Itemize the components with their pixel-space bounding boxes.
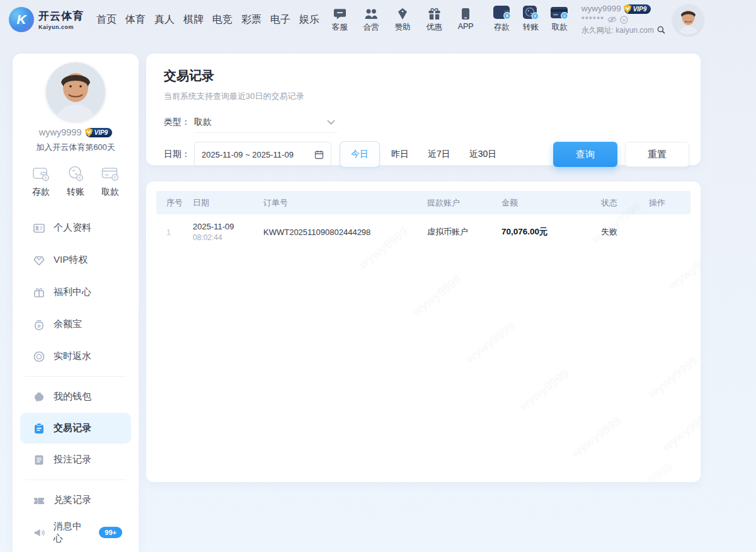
col-date: 日期 [189, 197, 260, 209]
range-yesterday-button[interactable]: 昨日 [384, 141, 416, 168]
quick-range-group: 今日 昨日 近7日 近30日 [340, 141, 504, 168]
nav-live[interactable]: 真人 [154, 13, 175, 26]
type-label: 类型： [164, 117, 194, 128]
sidebar-menu: 个人资料 VIP特权 福利中心 余额宝 实时返水 [13, 212, 139, 548]
permanent-url-label: 永久网址: kaiyun.com [581, 26, 654, 35]
watermark-text: wywy9999 [569, 414, 624, 461]
deposit-label: 存款 [494, 22, 510, 33]
sidebar-item-bets[interactable]: 投注记录 [13, 444, 139, 476]
support-chat-icon [333, 6, 346, 20]
app-download-button[interactable]: APP [454, 6, 478, 33]
withdraw-button[interactable]: 取款 [548, 6, 571, 33]
sidebar-transfer-button[interactable]: 转账 [66, 164, 85, 198]
promos-button[interactable]: 优惠 [423, 6, 446, 33]
nav-home[interactable]: 首页 [96, 13, 117, 26]
row-status: 失败 [597, 226, 645, 238]
profile-avatar[interactable] [46, 62, 105, 122]
date-label: 日期： [164, 149, 194, 160]
type-select-value: 取款 [194, 117, 212, 128]
watermark-text: wywy9999 [621, 460, 675, 482]
type-select[interactable]: 取款 [194, 112, 338, 133]
reset-button[interactable]: 重置 [625, 142, 689, 167]
join-days-label: 加入开云体育第600天 [13, 142, 139, 153]
nav-lottery[interactable]: 彩票 [241, 13, 261, 26]
promo-gift-icon [428, 6, 441, 20]
nav-sports[interactable]: 体育 [125, 13, 146, 26]
nav-esports[interactable]: 电竞 [212, 13, 232, 26]
sidebar-item-transactions[interactable]: 交易记录 [20, 413, 131, 444]
support-button[interactable]: 客服 [328, 6, 352, 33]
partners-button[interactable]: 合营 [360, 6, 383, 33]
range-today-button[interactable]: 今日 [340, 141, 380, 168]
kaiyun-logo-icon: K [9, 7, 34, 32]
nav-slots[interactable]: 电子 [270, 13, 290, 26]
withdraw-icon [550, 6, 569, 20]
transfer-icon [522, 6, 539, 20]
nav-entertainment[interactable]: 娱乐 [299, 13, 319, 26]
nav-cards[interactable]: 棋牌 [183, 13, 203, 26]
col-amount: 金额 [498, 197, 597, 209]
row-index: 1 [156, 227, 189, 237]
idcard-icon [33, 222, 45, 234]
sidebar-item-wallet[interactable]: 我的钱包 [13, 381, 139, 413]
sidebar-item-label: VIP特权 [54, 254, 88, 266]
sidebar-withdraw-button[interactable]: 取款 [101, 164, 120, 198]
sidebar-deposit-button[interactable]: 存款 [32, 164, 50, 198]
username: wywy9999 [581, 4, 621, 14]
sidebar-item-label: 兑奖记录 [54, 494, 91, 506]
sidebar-item-yuebao[interactable]: 余额宝 [13, 308, 139, 340]
rebate-circle-icon [33, 350, 45, 363]
range-30days-button[interactable]: 近30日 [462, 141, 505, 168]
user-avatar[interactable] [673, 5, 703, 35]
deposit-button[interactable]: 存款 [490, 6, 513, 33]
sidebar-transfer-label: 转账 [67, 187, 84, 198]
sidebar-item-messages[interactable]: 消息中心 99+ [13, 516, 139, 548]
sidebar-item-label: 消息中心 [54, 520, 91, 544]
sidebar-item-profile[interactable]: 个人资料 [13, 212, 139, 244]
sidebar-profile: wywy9999 VIP9 加入开云体育第600天 [13, 62, 139, 153]
page-title: 交易记录 [164, 67, 689, 84]
mobile-app-icon [461, 6, 470, 20]
sidebar-item-prizes[interactable]: 兑奖记录 [13, 484, 139, 516]
watermark-text: wywy9999 [463, 319, 518, 367]
topbar: K 开云体育 Kaiyun.com 首页 体育 真人 棋牌 电竞 彩票 电子 娱… [0, 0, 756, 39]
sidebar-item-vip[interactable]: VIP特权 [13, 244, 139, 276]
sidebar-quick-actions: 存款 转账 取款 [13, 164, 139, 198]
transfer-button[interactable]: 转账 [519, 6, 542, 33]
sidebar-item-label: 我的钱包 [54, 391, 91, 403]
vip-gem-icon [33, 254, 45, 267]
row-date: 2025-11-09 08:02:44 [189, 222, 260, 242]
eye-off-icon[interactable] [607, 16, 617, 23]
search-icon[interactable] [657, 26, 665, 34]
sidebar-item-label: 交易记录 [54, 422, 91, 434]
transactions-icon [33, 422, 45, 435]
sidebar-item-welfare[interactable]: 福利中心 [13, 276, 139, 308]
vip-badge: VIP9 [624, 4, 651, 14]
megaphone-icon [33, 526, 45, 539]
brand-logo[interactable]: K 开云体育 Kaiyun.com [9, 7, 84, 32]
piggy-bank-icon [33, 391, 45, 403]
search-button[interactable]: 查询 [553, 142, 617, 167]
deposit-icon [492, 6, 511, 20]
brand-name-cn: 开云体育 [38, 9, 84, 23]
watermark-text: wywy9999 [646, 354, 701, 401]
profile-username: wywy9999 [39, 127, 82, 137]
refresh-balance-icon[interactable] [620, 16, 628, 24]
watermark-text: wywy9999 [660, 408, 701, 455]
sidebar-item-label: 投注记录 [54, 454, 91, 466]
table-row: 1 2025-11-09 08:02:44 KWWT20251109080244… [156, 214, 690, 250]
topbar-user-block: wywy9999 VIP9 ****** 永久网址: kaiyun.com [581, 4, 665, 35]
menu-divider [25, 376, 126, 377]
sponsor-label: 赞助 [395, 22, 411, 33]
sponsor-button[interactable]: 赞助 [391, 6, 415, 33]
col-index: 序号 [156, 197, 189, 209]
col-account: 提款账户 [423, 197, 498, 209]
row-order-no: KWWT202511090802444298 [260, 227, 423, 237]
table-header-row: 序号 日期 订单号 提款账户 金额 状态 操作 [156, 191, 690, 214]
col-order-no: 订单号 [260, 197, 423, 209]
date-range-input[interactable]: 2025-11-09 ~ 2025-11-09 [194, 142, 331, 167]
transfer-circle-icon [66, 164, 85, 182]
range-7days-button[interactable]: 近7日 [420, 141, 458, 168]
sidebar-item-rebate[interactable]: 实时返水 [13, 340, 139, 372]
sidebar-item-label: 福利中心 [54, 286, 91, 298]
